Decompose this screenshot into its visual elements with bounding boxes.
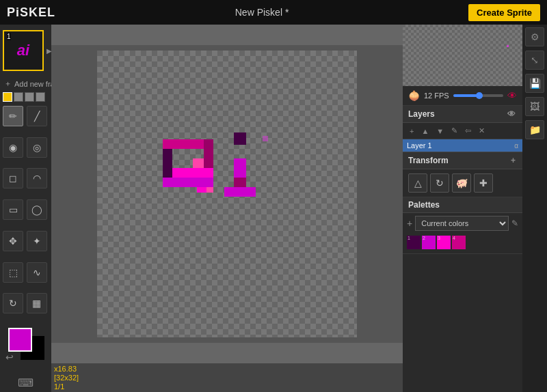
tool-rect-select[interactable]: ⬚ (3, 262, 23, 283)
tool-rect[interactable]: ▭ (3, 199, 23, 220)
svg-rect-9 (234, 132, 246, 145)
tool-line[interactable]: ╱ (27, 106, 47, 126)
svg-rect-8 (193, 158, 204, 168)
color-mode-3[interactable] (25, 92, 34, 102)
fps-slider[interactable] (453, 94, 503, 97)
svg-rect-10 (234, 158, 246, 168)
frames-panel: 1 ai ▶ (0, 25, 55, 76)
palette-color-4[interactable]: 4 (452, 236, 466, 249)
merge-layer-btn[interactable]: ⇦ (462, 125, 474, 137)
transform-tools: △ ↻ 🐖 ✚ (403, 169, 522, 197)
app-logo: PiSKEL (7, 5, 55, 20)
preview-dot (507, 45, 509, 47)
main-layout: 1 ai ▶ ＋ Add new frame ✏ ╱ ◉ ◎ ◻ ◠ (0, 25, 547, 392)
move-layer-down-btn[interactable]: ▼ (433, 126, 446, 137)
transform-header: Transform + (403, 152, 522, 169)
palette-row: + Current colors ✎ (403, 213, 522, 234)
transform-flip-v[interactable]: 🐖 (452, 173, 471, 193)
fps-thumb (476, 92, 483, 99)
layer-1-alpha: α (514, 142, 518, 150)
swap-colors-button[interactable]: ↩ (5, 352, 14, 363)
layers-header: Layers 👁 (403, 106, 522, 123)
color-mode-4[interactable] (36, 92, 45, 102)
delete-layer-btn[interactable]: ✕ (476, 125, 488, 137)
canvas-top-bar (51, 25, 403, 45)
frame-1[interactable]: 1 ai (3, 30, 44, 71)
tool-shading[interactable]: ◎ (27, 137, 47, 158)
palette-add-btn[interactable]: + (407, 218, 412, 229)
svg-rect-15 (197, 187, 206, 193)
open-btn[interactable]: 📁 (525, 120, 544, 139)
pixel-canvas[interactable] (97, 51, 357, 337)
layers-section: Layers 👁 + ▲ ▼ ✎ ⇦ ✕ Layer 1 α (403, 106, 522, 152)
far-right-panel: ⚙ ⤡ 💾 🖼 📁 (522, 25, 547, 392)
tool-rotate[interactable]: ↻ (3, 293, 23, 313)
palettes-header: Palettes (403, 197, 522, 213)
foreground-color-swatch[interactable] (8, 328, 32, 352)
fps-row: 🧅 12 FPS 👁 (403, 86, 522, 106)
tool-eraser[interactable]: ◻ (3, 168, 23, 188)
transform-rotate[interactable]: ↻ (430, 173, 449, 193)
rename-layer-btn[interactable]: ✎ (449, 125, 460, 137)
layer-1-row[interactable]: Layer 1 α (403, 139, 522, 152)
tool-move[interactable]: ✥ (3, 231, 23, 251)
export-btn[interactable]: 🖼 (525, 97, 544, 116)
svg-rect-6 (163, 178, 213, 187)
tool-lighten[interactable]: ◠ (27, 168, 47, 188)
palette-edit-btn[interactable]: ✎ (511, 219, 518, 228)
svg-rect-7 (163, 149, 172, 178)
transform-flip-h[interactable]: △ (408, 173, 427, 193)
palette-select[interactable]: Current colors (415, 216, 509, 231)
palette-color-2[interactable]: 2 (422, 236, 436, 249)
color-mode-row (0, 91, 51, 103)
svg-rect-13 (224, 187, 256, 197)
canvas-size: [32x32] (54, 374, 400, 382)
preview-canvas (403, 25, 522, 86)
create-sprite-button[interactable]: Create Sprite (468, 4, 540, 21)
palette-color-1[interactable]: 1 (407, 236, 421, 249)
settings-btn[interactable]: ⚙ (525, 27, 544, 46)
svg-rect-11 (234, 168, 246, 178)
palettes-title: Palettes (408, 200, 440, 210)
layer-1-name: Layer 1 (407, 141, 514, 150)
palette-color-3[interactable]: 3 (437, 236, 451, 249)
tool-pencil[interactable]: ✏ (3, 106, 23, 126)
animation-preview (403, 25, 522, 86)
document-title: New Piskel * (235, 7, 289, 18)
status-bar: x16.83 [32x32] 1/1 (51, 363, 403, 392)
layers-eye-icon[interactable]: 👁 (506, 109, 517, 120)
frame-count: 1/1 (54, 382, 400, 391)
svg-rect-14 (263, 136, 268, 141)
canvas-area: x16.83 [32x32] 1/1 (51, 25, 403, 392)
tool-lasso[interactable]: ∿ (27, 262, 47, 283)
top-bar: PiSKEL New Piskel * Create Sprite (0, 0, 547, 25)
transform-center[interactable]: ✚ (474, 173, 493, 193)
add-layer-btn[interactable]: + (407, 126, 416, 137)
right-panel: 🧅 12 FPS 👁 Layers 👁 + ▲ ▼ ✎ ⇦ ✕ (403, 25, 522, 392)
tool-ellipse[interactable]: ◯ (27, 199, 47, 220)
save-btn[interactable]: 💾 (525, 74, 544, 93)
tool-fill[interactable]: ◉ (3, 137, 23, 158)
layers-title: Layers (408, 109, 435, 119)
color-mode-rgb[interactable] (3, 92, 12, 102)
frame-number: 1 (7, 33, 11, 40)
layers-header-icons: 👁 (506, 109, 517, 120)
fps-label: 12 FPS (424, 92, 449, 100)
keyboard-shortcuts-icon[interactable]: ⌨ (0, 374, 51, 392)
add-frame-icon: ＋ (4, 79, 12, 89)
color-mode-2[interactable] (14, 92, 23, 102)
resize-btn[interactable]: ⤡ (525, 51, 544, 70)
eye-icon[interactable]: 👁 (507, 90, 517, 101)
onion-skin-icon[interactable]: 🧅 (408, 90, 420, 101)
transform-title: Transform (408, 156, 449, 165)
tool-dither[interactable]: ▦ (27, 293, 47, 313)
transform-add-icon[interactable]: + (509, 155, 517, 166)
left-toolbar: 1 ai ▶ ＋ Add new frame ✏ ╱ ◉ ◎ ◻ ◠ (0, 25, 51, 392)
tool-eyedrop[interactable]: ✦ (27, 231, 47, 251)
canvas-middle[interactable] (51, 45, 403, 343)
svg-rect-16 (206, 187, 213, 193)
transform-section: Transform + △ ↻ 🐖 ✚ (403, 152, 522, 197)
tools-grid: ✏ ╱ ◉ ◎ ◻ ◠ ▭ ◯ ✥ ✦ ⬚ ∿ ↻ ▦ (0, 103, 51, 326)
canvas-bottom-bar (51, 343, 403, 363)
move-layer-up-btn[interactable]: ▲ (418, 126, 431, 137)
